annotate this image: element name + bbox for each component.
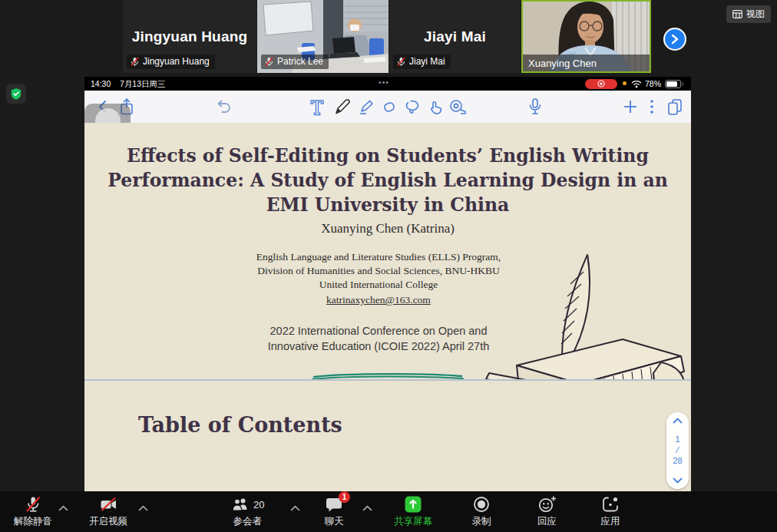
grab-handle-icon: •••: [379, 78, 389, 87]
plus-icon: [623, 99, 638, 114]
recording-indicator-pill: [585, 79, 617, 89]
microphone-icon: [528, 97, 542, 116]
security-shield-icon: [9, 87, 23, 101]
pen-tool-selected: [332, 97, 352, 117]
undo-icon: [213, 98, 232, 115]
record-button[interactable]: 录制: [471, 494, 491, 528]
video-tile-jingyuan-huang[interactable]: Jingyuan Huang Jingyuan Huang: [123, 0, 256, 73]
pages-icon: [666, 97, 683, 116]
video-tile-xuanying-chen-active-speaker[interactable]: Xuanying Chen: [521, 0, 651, 73]
page-divider-slash: /: [672, 445, 684, 456]
record-audio-button: [525, 97, 545, 117]
participant-name-label: Patrick Lee: [261, 55, 329, 69]
tape-tool: [448, 97, 468, 117]
text-tool-icon: [309, 97, 326, 116]
battery-percent: 78%: [645, 79, 661, 88]
participant-name-label: Xuanying Chen: [523, 55, 650, 71]
video-tile-jiayi-mai[interactable]: Jiayi Mai Jiayi Mai: [389, 0, 521, 73]
muted-mic-icon: [397, 57, 405, 67]
add-page-button: [620, 97, 640, 117]
participants-icon: [230, 494, 250, 514]
lasso-icon: [403, 97, 422, 116]
share-screen-icon: [403, 494, 423, 514]
view-button[interactable]: 视图: [726, 5, 771, 23]
pointer-hand-tool: [425, 97, 445, 117]
highlighter-icon: [357, 97, 375, 116]
eraser-icon: [380, 97, 398, 116]
reactions-button[interactable]: 回应: [537, 494, 557, 528]
muted-mic-icon: [23, 494, 43, 514]
notes-app-toolbar: [84, 91, 691, 124]
next-participants-button[interactable]: [663, 28, 686, 51]
gallery-view-icon: [732, 10, 742, 18]
more-options-button: [642, 97, 662, 117]
record-icon: [471, 494, 491, 514]
pen-icon: [333, 97, 352, 116]
record-icon: [597, 80, 605, 88]
page-overview-button: [665, 97, 685, 117]
share-screen-button[interactable]: 共享屏幕: [394, 494, 432, 528]
page-navigator: 1 / 28: [666, 412, 689, 489]
meeting-security-shield[interactable]: [6, 84, 26, 104]
chat-options-caret[interactable]: [362, 501, 372, 514]
wifi-icon: [631, 80, 642, 88]
vertical-ellipsis-icon: [650, 99, 654, 114]
participants-options-caret[interactable]: [290, 501, 300, 514]
participant-name-label: Jiayi Mai: [393, 55, 451, 69]
total-page-number: 28: [673, 456, 682, 467]
eraser-tool: [379, 97, 399, 117]
participant-name-label: Jingyuan Huang: [127, 55, 215, 69]
tape-icon: [448, 97, 468, 116]
ipad-time: 14:30: [91, 79, 111, 88]
page-up-icon: [673, 418, 683, 424]
highlighter-tool: [356, 97, 376, 117]
reactions-smiley-icon: [537, 494, 557, 514]
page-down-icon: [673, 477, 683, 484]
chat-unread-badge: 1: [339, 491, 350, 503]
battery-icon: [665, 80, 684, 88]
ipad-date: 7月13日周三: [120, 79, 166, 90]
camera-off-icon: [98, 494, 118, 514]
lasso-tool: [402, 97, 422, 117]
shared-screen-content: 14:30 7月13日周三 ••• 78%: [84, 77, 691, 491]
start-video-button[interactable]: 开启视频: [89, 494, 127, 528]
apps-icon: [600, 494, 620, 514]
muted-mic-icon: [265, 57, 273, 67]
chat-button[interactable]: 聊天 1: [324, 494, 344, 528]
muted-mic-icon: [131, 57, 139, 67]
apps-button[interactable]: 应用: [600, 494, 620, 528]
meeting-control-bar: 解除静音 开启视频 20 参会者 聊天: [0, 491, 777, 532]
participants-count: 20: [253, 499, 264, 511]
participants-button[interactable]: 20 参会者: [230, 494, 264, 528]
slide-page-2: Table of Contents: [84, 381, 691, 491]
unmute-button[interactable]: 解除静音: [14, 494, 52, 528]
current-page-number: 1: [673, 435, 682, 445]
slide-author: Xuanying Chen (Katrina): [84, 221, 691, 236]
video-tile-patrick-lee[interactable]: Patrick Lee: [257, 0, 388, 73]
mute-options-caret[interactable]: [58, 501, 68, 514]
video-options-caret[interactable]: [138, 501, 148, 514]
orange-mic-indicator-dot: [623, 81, 627, 85]
ipad-status-bar: 14:30 7月13日周三 ••• 78%: [84, 77, 691, 91]
slide2-heading: Table of Contents: [138, 413, 342, 437]
chevron-right-icon: [670, 34, 679, 45]
undo-button: [213, 97, 233, 117]
text-tool: [307, 97, 327, 117]
slide-title: Effects of Self-Editing on Students’ Eng…: [84, 144, 691, 218]
pointer-hand-icon: [426, 97, 445, 116]
slide-page-1: Effects of Self-Editing on Students’ Eng…: [84, 123, 691, 379]
